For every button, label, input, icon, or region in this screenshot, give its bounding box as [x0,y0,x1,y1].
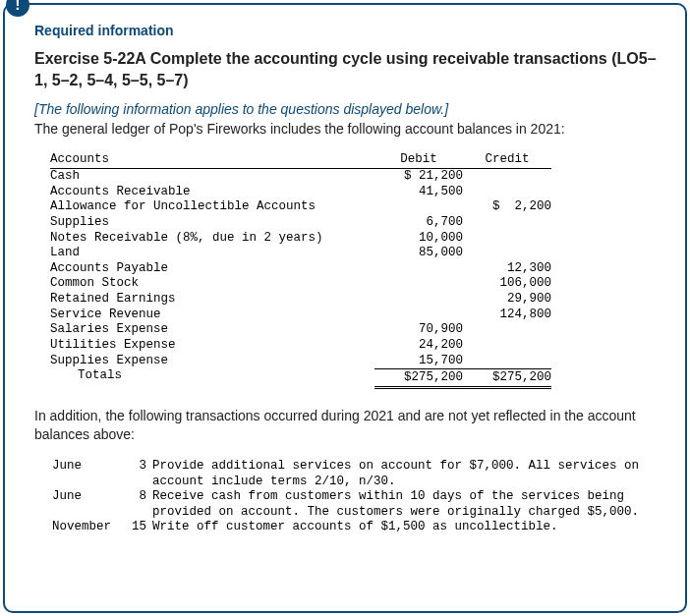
ledger-totals-row: Totals $275,200 $275,200 [50,368,656,389]
ledger-row: Accounts Payable 12,300 [50,261,656,277]
debit-value [374,199,463,215]
credit-value: 124,800 [463,308,551,323]
debit-value: 10,000 [374,231,463,247]
credit-value [463,231,551,247]
credit-value: 29,900 [463,292,551,308]
credit-value [463,185,551,200]
debit-value [374,261,463,277]
ledger-row: Service Revenue 124,800 [50,308,656,323]
debit-value: 6,700 [374,215,463,231]
exercise-title: Exercise 5-22A Complete the accounting c… [34,48,660,90]
debit-value: 41,500 [374,185,463,200]
debit-value [374,308,463,323]
credit-value [463,169,551,185]
txn-desc: account include terms 2/10, n/30. [152,475,652,490]
header-accounts: Accounts [50,152,374,169]
debit-value: 70,900 [374,322,463,338]
debit-value [374,292,463,308]
txn-desc: Write off customer accounts of $1,500 as… [152,520,652,535]
credit-value [463,322,551,338]
transaction-row: November 15 Write off customer accounts … [52,520,652,535]
ledger-row: Salaries Expense 70,900 [50,322,656,338]
transaction-row: June 3 Provide additional services on ac… [52,459,652,475]
account-name: Retained Earnings [50,292,374,308]
totals-label: Totals [50,368,374,389]
credit-value [463,215,551,231]
ledger-row: Cash $ 21,200 [50,169,656,185]
txn-day: 15 [129,520,152,535]
ledger-row: Supplies Expense 15,700 [50,354,656,369]
additional-transactions-intro: In addition, the following transactions … [34,407,660,445]
header-credit: Credit [463,152,551,169]
txn-day: 3 [129,459,152,475]
txn-month: June [52,489,129,505]
debit-value: 85,000 [374,246,463,261]
credit-value: 106,000 [463,276,551,292]
account-name: Land [50,246,374,261]
credit-value: 12,300 [463,261,551,277]
txn-day: 8 [129,489,152,505]
ledger-row: Common Stock 106,000 [50,276,656,292]
account-name: Service Revenue [50,308,374,323]
ledger-row: Retained Earnings 29,900 [50,292,656,308]
credit-value [463,246,551,261]
txn-month: November [52,520,129,535]
ledger-row: Notes Receivable (8%, due in 2 years) 10… [50,231,656,247]
txn-month [52,475,129,490]
ledger-row: Supplies 6,700 [50,215,656,231]
debit-value [374,276,463,292]
credit-value: $ 2,200 [463,199,551,215]
txn-desc: provided on account. The customers were … [152,505,652,521]
credit-value [463,354,551,369]
totals-debit: $275,200 [374,368,463,389]
transaction-row: June 8 Receive cash from customers withi… [52,489,652,505]
exercise-card: Required information Exercise 5-22A Comp… [3,3,687,613]
required-information-label: Required information [34,23,660,38]
intro-text: The general ledger of Pop's Fireworks in… [34,121,565,137]
debit-value: 24,200 [374,338,463,354]
account-name: Accounts Receivable [50,185,374,200]
account-name: Supplies [50,215,374,231]
account-name: Common Stock [50,276,374,292]
ledger-header-row: Accounts Debit Credit [50,152,656,169]
account-name: Supplies Expense [50,354,374,369]
credit-value [463,338,551,354]
transaction-row: account include terms 2/10, n/30. [52,475,652,490]
debit-value: 15,700 [374,354,463,369]
account-name: Notes Receivable (8%, due in 2 years) [50,231,374,247]
transaction-row: provided on account. The customers were … [52,505,652,521]
ledger-row: Utilities Expense 24,200 [50,338,656,354]
txn-day [129,505,152,521]
account-name: Cash [50,169,374,185]
ledger-row: Allowance for Uncollectible Accounts $ 2… [50,199,656,215]
txn-month [52,505,129,521]
ledger-row: Land 85,000 [50,246,656,261]
intro-block: [The following information applies to th… [34,100,660,139]
totals-credit: $275,200 [463,368,551,389]
account-name: Allowance for Uncollectible Accounts [50,199,374,215]
applies-note: [The following information applies to th… [34,101,448,117]
ledger-table: Accounts Debit Credit Cash $ 21,200 Acco… [50,152,656,388]
txn-month: June [52,459,129,475]
account-name: Salaries Expense [50,322,374,338]
txn-desc: Provide additional services on account f… [152,459,652,475]
txn-desc: Receive cash from customers within 10 da… [152,489,652,505]
header-debit: Debit [374,152,463,169]
debit-value: $ 21,200 [374,169,463,185]
txn-day [129,475,152,490]
ledger-row: Accounts Receivable 41,500 [50,185,656,200]
account-name: Accounts Payable [50,261,374,277]
transactions-list: June 3 Provide additional services on ac… [52,459,652,535]
account-name: Utilities Expense [50,338,374,354]
